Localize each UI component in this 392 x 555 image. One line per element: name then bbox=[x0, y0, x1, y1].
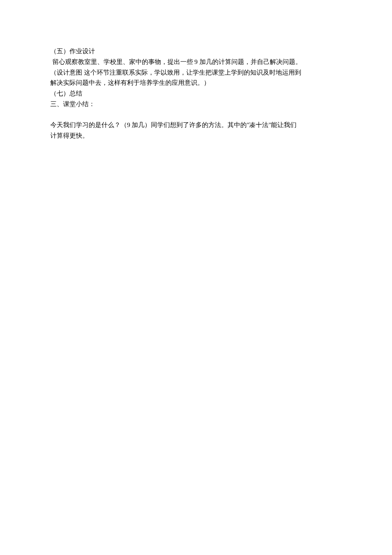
section-5-text-1: 留心观察教室里、学校里、家中的事物，提出一些 9 加几的计算问题，并自己解决问题… bbox=[50, 57, 342, 67]
blank-line bbox=[50, 110, 342, 120]
section-5-text-2: （设计意图 这个环节注重联系实际，学以致用，让学生把课堂上学到的知识及时地运用到 bbox=[50, 67, 342, 78]
section-5-heading: （五）作业设计 bbox=[50, 46, 342, 57]
section-7-heading: （七）总结 bbox=[50, 88, 342, 99]
document-content: （五）作业设计 留心观察教室里、学校里、家中的事物，提出一些 9 加几的计算问题… bbox=[50, 46, 342, 141]
section-5-text-3: 解决实际问题中去，这样有利于培养学生的应用意识。） bbox=[50, 78, 342, 88]
summary-text-1: 今天我们学习的是什么？（9 加几）同学们想到了许多的方法。其中的"凑十法"能让我… bbox=[50, 120, 342, 130]
summary-text-2: 计算得更快。 bbox=[50, 130, 342, 141]
summary-heading: 三、课堂小结： bbox=[50, 99, 342, 110]
